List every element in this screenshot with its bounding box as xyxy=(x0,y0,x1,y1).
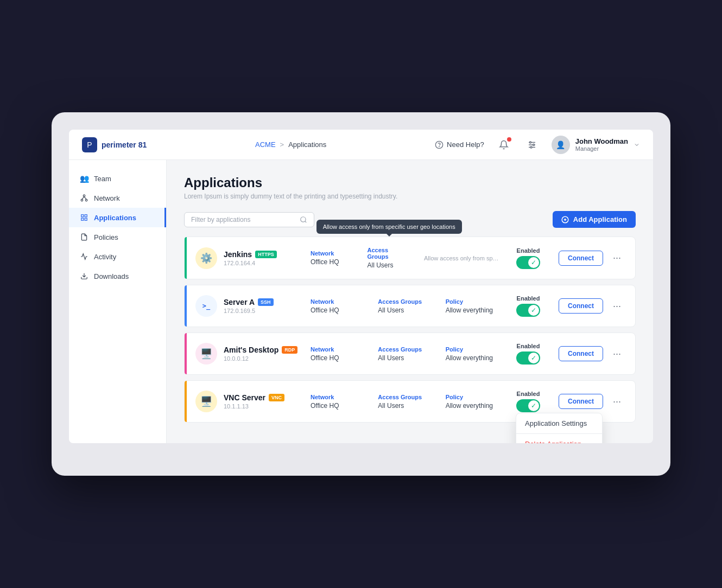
logo[interactable]: P perimeter 81 xyxy=(82,137,147,152)
enabled-toggle[interactable]: ✓ xyxy=(516,304,540,317)
applications-icon xyxy=(80,213,88,222)
bell-icon xyxy=(499,140,509,150)
sidebar-item-team-label: Team xyxy=(94,175,111,183)
sidebar-item-applications[interactable]: Applications xyxy=(69,208,166,227)
notifications-button[interactable] xyxy=(495,136,512,154)
help-icon xyxy=(435,140,444,149)
network-col: Network Office HQ xyxy=(304,250,361,266)
svg-point-1 xyxy=(439,146,440,147)
need-help-label: Need Help? xyxy=(447,140,484,149)
more-options-button[interactable]: ··· xyxy=(610,250,624,266)
team-icon: 👥 xyxy=(80,174,88,183)
svg-point-9 xyxy=(81,199,83,201)
app-ip: 10.1.1.13 xyxy=(224,403,284,410)
svg-rect-15 xyxy=(81,218,84,220)
sidebar-item-downloads[interactable]: Downloads xyxy=(69,266,166,286)
enabled-col: Enabled ✓ xyxy=(506,343,550,365)
header-right: Need Help? 👤 xyxy=(435,136,640,154)
chevron-down-icon xyxy=(634,142,640,148)
connect-button[interactable]: Connect xyxy=(559,298,603,314)
app-identity: 🖥️ VNC Server VNC 10.1.1.13 xyxy=(195,391,304,412)
settings-button[interactable] xyxy=(523,136,541,154)
access-groups-col: Access Groups All Users xyxy=(371,394,439,410)
svg-line-19 xyxy=(305,221,307,222)
enabled-col: Enabled ✓ xyxy=(506,247,550,269)
breadcrumb-current: Applications xyxy=(288,140,326,149)
logo-icon: P xyxy=(82,137,97,152)
app-badge: VNC xyxy=(269,394,284,401)
enabled-toggle[interactable]: ✓ xyxy=(516,256,540,269)
add-application-label: Add Application xyxy=(573,215,627,223)
user-avatar: 👤 xyxy=(552,136,570,154)
context-menu: Application Settings Delete Application xyxy=(516,413,603,443)
connect-button[interactable]: Connect xyxy=(559,346,603,361)
enabled-toggle[interactable]: ✓ xyxy=(516,351,540,365)
search-input[interactable] xyxy=(191,216,300,223)
policy-col: Allow access only from specific... xyxy=(417,255,506,261)
app-identity: 🖥️ Amit's Desktop RDP 10.0.0.12 xyxy=(195,343,304,365)
sidebar-item-network[interactable]: Network xyxy=(69,188,166,208)
breadcrumb: ACME > Applications xyxy=(255,140,326,149)
app-icon: 🖥️ xyxy=(195,343,217,365)
row-accent xyxy=(185,381,187,422)
svg-line-11 xyxy=(82,197,84,200)
app-name: Server A SSH xyxy=(224,298,274,306)
app-ip: 172.0.169.5 xyxy=(224,308,274,314)
downloads-icon xyxy=(80,272,88,280)
sliders-icon xyxy=(527,140,537,150)
svg-rect-16 xyxy=(85,218,87,220)
connect-button[interactable]: Connect xyxy=(559,394,603,409)
sidebar-item-activity-label: Activity xyxy=(94,253,116,261)
network-col: Network Office HQ xyxy=(304,298,371,314)
delete-application-item[interactable]: Delete Application xyxy=(516,434,602,443)
more-options-button[interactable]: ··· xyxy=(610,298,624,314)
add-application-button[interactable]: Add Application xyxy=(553,211,636,228)
application-settings-item[interactable]: Application Settings xyxy=(516,413,602,433)
network-col: Network Office HQ xyxy=(304,394,371,410)
user-info: John Woodman Manager xyxy=(575,137,628,152)
enabled-toggle[interactable]: ✓ xyxy=(516,399,540,412)
need-help-button[interactable]: Need Help? xyxy=(435,140,484,149)
access-groups-col: Access Groups All Users xyxy=(371,298,439,314)
sidebar: 👥 Team Network xyxy=(69,160,167,443)
network-col: Network Office HQ xyxy=(304,346,371,362)
svg-line-12 xyxy=(84,197,86,200)
svg-point-7 xyxy=(530,146,532,148)
app-icon: ⚙️ xyxy=(195,247,217,269)
page-subtitle: Lorem Ipsum is simply dummy text of the … xyxy=(184,193,636,200)
add-icon xyxy=(561,216,569,223)
svg-point-6 xyxy=(533,144,534,145)
search-box[interactable] xyxy=(184,212,314,227)
enabled-col: Enabled ✓ xyxy=(506,295,550,317)
sidebar-item-policies[interactable]: Policies xyxy=(69,227,166,247)
connect-button[interactable]: Connect xyxy=(559,251,603,266)
svg-rect-13 xyxy=(81,215,84,217)
policies-icon xyxy=(80,233,88,241)
enabled-col: Enabled ✓ xyxy=(506,391,550,412)
policy-col: Policy Allow everything xyxy=(439,298,506,314)
app-icon: >_ xyxy=(195,295,217,317)
access-groups-col: Access Groups All Users xyxy=(371,346,439,362)
more-options-button[interactable]: ··· xyxy=(610,346,624,362)
network-icon xyxy=(80,194,88,202)
more-options-button[interactable]: ··· xyxy=(610,394,624,410)
svg-rect-14 xyxy=(85,215,87,217)
breadcrumb-org[interactable]: ACME xyxy=(255,140,276,149)
sidebar-item-activity[interactable]: Activity xyxy=(69,247,166,266)
app-name: Amit's Desktop RDP xyxy=(224,346,297,354)
policy-col: Policy Allow everything xyxy=(439,394,506,410)
search-icon xyxy=(300,216,307,223)
policy-col: Policy Allow everything xyxy=(439,346,506,362)
svg-point-8 xyxy=(83,195,85,197)
user-menu[interactable]: 👤 John Woodman Manager xyxy=(552,136,640,154)
user-name: John Woodman xyxy=(575,137,628,145)
notification-badge xyxy=(507,137,511,142)
app-icon: 🖥️ xyxy=(195,391,217,412)
table-row: >_ Server A SSH 172.0.169.5 Network xyxy=(184,285,636,327)
app-name: VNC Server VNC xyxy=(224,393,284,402)
page-title: Applications xyxy=(184,175,636,190)
activity-icon xyxy=(80,252,88,261)
app-badge: SSH xyxy=(258,298,274,306)
table-row: ⚙️ Jenkins HTTPS 172.0.164.4 Network xyxy=(184,237,636,279)
sidebar-item-team[interactable]: 👥 Team xyxy=(69,169,166,188)
